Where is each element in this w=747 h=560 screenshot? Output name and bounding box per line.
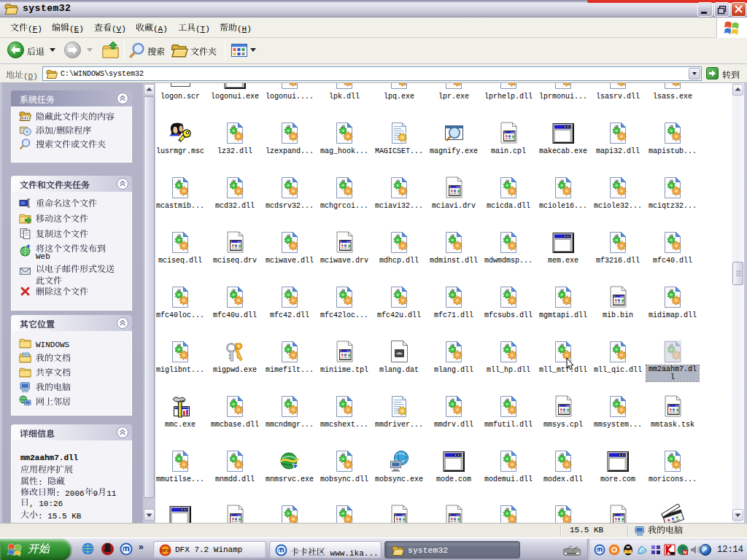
svg-text:DFX: DFX <box>161 548 170 553</box>
